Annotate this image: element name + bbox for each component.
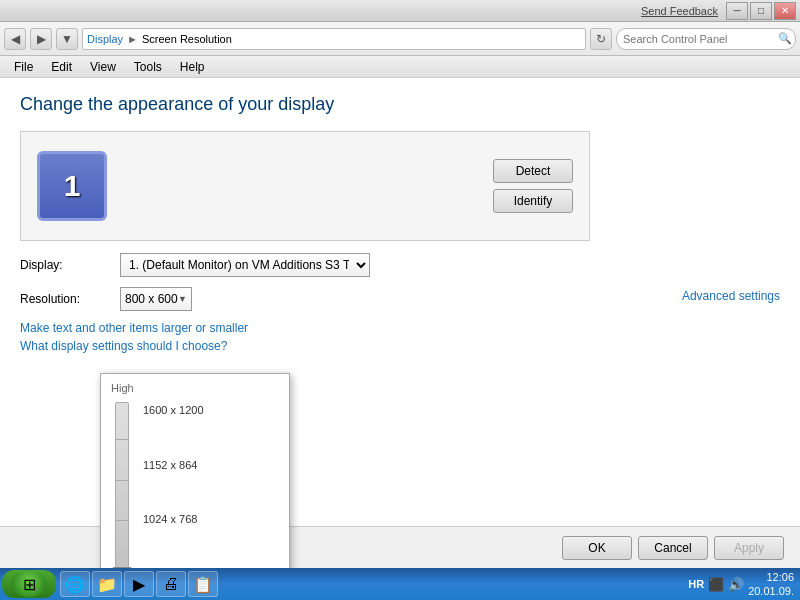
- breadcrumb-root[interactable]: Display: [87, 33, 123, 45]
- breadcrumb-current: Screen Resolution: [142, 33, 232, 45]
- language-indicator: HR: [688, 578, 704, 590]
- identify-button[interactable]: Identify: [493, 189, 573, 213]
- taskbar-app-ie[interactable]: 🌐: [60, 571, 90, 597]
- page-title: Change the appearance of your display: [20, 94, 780, 115]
- menu-help[interactable]: Help: [172, 58, 213, 76]
- start-orb: ⊞: [11, 571, 47, 597]
- menu-tools[interactable]: Tools: [126, 58, 170, 76]
- tick-2: [116, 480, 128, 481]
- breadcrumb-separator: ►: [127, 33, 138, 45]
- monitor-display: 1: [37, 151, 107, 221]
- taskbar-app-explorer[interactable]: 📁: [92, 571, 122, 597]
- display-row: Display: 1. (Default Monitor) on VM Addi…: [20, 253, 780, 277]
- high-label: High: [101, 382, 289, 398]
- taskbar: ⊞ 🌐 📁 ▶ 🖨 📋 HR ⬛ 🔊 12:06 20.01.09.: [0, 568, 800, 600]
- resolution-row: Resolution: 800 x 600 ▼ Advanced setting…: [20, 287, 780, 311]
- title-bar: Send Feedback ─ □ ✕: [0, 0, 800, 22]
- resolution-select[interactable]: 800 x 600 ▼: [120, 287, 192, 311]
- address-bar: ◀ ▶ ▼ Display ► Screen Resolution ↻ 🔍: [0, 22, 800, 56]
- res-option-1600[interactable]: 1600 x 1200: [139, 402, 279, 418]
- resolution-slider-track[interactable]: [115, 402, 129, 582]
- menu-edit[interactable]: Edit: [43, 58, 80, 76]
- display-select[interactable]: 1. (Default Monitor) on VM Additions S3 …: [120, 253, 370, 277]
- display-label: Display:: [20, 258, 120, 272]
- taskbar-right: HR ⬛ 🔊 12:06 20.01.09.: [688, 570, 798, 599]
- send-feedback-link[interactable]: Send Feedback: [641, 5, 718, 17]
- maximize-button[interactable]: □: [750, 2, 772, 20]
- volume-icon: 🔊: [728, 577, 744, 592]
- taskbar-apps: 🌐 📁 ▶ 🖨 📋: [60, 571, 688, 597]
- taskbar-app-print[interactable]: 🖨: [156, 571, 186, 597]
- detect-button[interactable]: Detect: [493, 159, 573, 183]
- back-button[interactable]: ◀: [4, 28, 26, 50]
- slider-container: 1600 x 1200 1152 x 864 1024 x 768 800 x …: [101, 398, 289, 586]
- res-option-1024[interactable]: 1024 x 768: [139, 511, 279, 527]
- resolution-control: 800 x 600 ▼: [120, 287, 192, 311]
- clock-date: 20.01.09.: [748, 584, 794, 598]
- resolution-options: 1600 x 1200 1152 x 864 1024 x 768 800 x …: [139, 402, 279, 582]
- breadcrumb: Display ► Screen Resolution: [82, 28, 586, 50]
- taskbar-app-docs[interactable]: 📋: [188, 571, 218, 597]
- search-input[interactable]: [616, 28, 796, 50]
- preview-buttons: Detect Identify: [493, 159, 573, 213]
- search-container: 🔍: [616, 28, 796, 50]
- cancel-button[interactable]: Cancel: [638, 536, 708, 560]
- menu-view[interactable]: View: [82, 58, 124, 76]
- advanced-settings-link[interactable]: Advanced settings: [682, 289, 780, 303]
- resolution-dropdown-arrow: ▼: [178, 294, 187, 304]
- links-row: Make text and other items larger or smal…: [20, 321, 780, 353]
- menu-file[interactable]: File: [6, 58, 41, 76]
- ok-button[interactable]: OK: [562, 536, 632, 560]
- menu-bar: File Edit View Tools Help: [0, 56, 800, 78]
- tick-3: [116, 520, 128, 521]
- resolution-label: Resolution:: [20, 292, 120, 306]
- taskbar-app-media[interactable]: ▶: [124, 571, 154, 597]
- display-control: 1. (Default Monitor) on VM Additions S3 …: [120, 253, 370, 277]
- network-icon: ⬛: [708, 577, 724, 592]
- minimize-button[interactable]: ─: [726, 2, 748, 20]
- start-button[interactable]: ⊞: [2, 570, 56, 598]
- refresh-button[interactable]: ↻: [590, 28, 612, 50]
- search-icon[interactable]: 🔍: [778, 32, 792, 45]
- clock-time: 12:06: [748, 570, 794, 584]
- resolution-value: 800 x 600: [125, 292, 178, 306]
- monitor-number: 1: [64, 169, 81, 203]
- resolution-dropdown: High 1600 x 1200 1152 x 864 1024 x 768 8…: [100, 373, 290, 600]
- res-option-1152[interactable]: 1152 x 864: [139, 457, 279, 473]
- apply-button[interactable]: Apply: [714, 536, 784, 560]
- close-button[interactable]: ✕: [774, 2, 796, 20]
- monitor-icon: 1: [37, 151, 107, 221]
- forward-button[interactable]: ▶: [30, 28, 52, 50]
- text-size-link[interactable]: Make text and other items larger or smal…: [20, 321, 780, 335]
- display-preview: 1 Detect Identify: [20, 131, 590, 241]
- clock: 12:06 20.01.09.: [748, 570, 794, 599]
- main-content: Change the appearance of your display 1 …: [0, 78, 800, 568]
- display-settings-link[interactable]: What display settings should I choose?: [20, 339, 780, 353]
- dropdown-button[interactable]: ▼: [56, 28, 78, 50]
- tick-1: [116, 439, 128, 440]
